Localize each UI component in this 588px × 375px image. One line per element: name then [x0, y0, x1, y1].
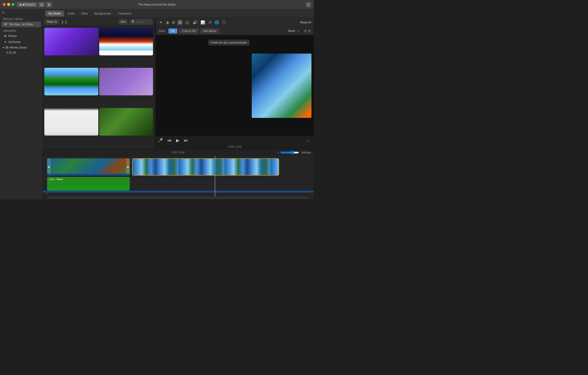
camera-icon[interactable]: 🎥	[184, 20, 190, 25]
thumbnail-green-ui[interactable]	[99, 108, 153, 136]
content-area: My Media Audio Titles Backgrounds Transi…	[42, 9, 314, 199]
tab-audio[interactable]: Audio	[64, 11, 78, 17]
trim-handle-left[interactable]: ◆	[47, 158, 51, 176]
sidebar-item-project[interactable]: 🎞 The New...he Globe	[1, 21, 41, 27]
photos-label: Photos	[8, 34, 17, 38]
audio-label: 3.3s – News	[49, 178, 63, 181]
filter-icon[interactable]: ⊞	[171, 20, 176, 25]
timeline-tracks: ◆ ◆ 3.3s – News	[42, 156, 314, 193]
sidebar-item-photos[interactable]: ✿ Photos	[1, 33, 41, 39]
sidebar-item-all-events[interactable]: ✦ All Events	[1, 39, 41, 45]
filter-all-selector[interactable]: All ▾	[118, 19, 128, 24]
top-nav: My Media Audio Titles Backgrounds Transi…	[42, 9, 314, 18]
magic-wand-icon[interactable]: ✦	[159, 20, 163, 25]
playhead[interactable]	[215, 156, 215, 197]
volume-icon[interactable]: 🔊	[192, 20, 198, 25]
timeline-timecode: 0:05 / 0:06	[172, 151, 185, 154]
timeline-settings-label[interactable]: Settings	[301, 151, 311, 154]
clip-waterfall[interactable]	[132, 158, 279, 176]
maximize-button[interactable]	[11, 3, 14, 6]
media-browser-toolbar: Years ⇅ ❯ ❯ All ▾ 🔍 Search	[42, 18, 155, 26]
minimize-button[interactable]	[7, 3, 10, 6]
sidebar-item-date[interactable]: 5-31-19	[0, 50, 42, 55]
main-layout: ⊟ PROJECT MEDIA 🎞 The New...he Globe LIB…	[0, 9, 314, 199]
project-name: The New...he Globe	[9, 23, 33, 26]
bottom-section: 0:05 / 0:06 ⊿ Settings ◆ ◆	[42, 149, 314, 199]
style-ken-burns-button[interactable]: Ken Burns	[200, 29, 219, 33]
tab-transitions[interactable]: Transitions	[114, 11, 135, 17]
info-icon[interactable]: ⓘ	[222, 19, 227, 25]
imovie-library-label: iMovie Library	[10, 46, 27, 49]
microphone-icon[interactable]: 🎤	[158, 138, 163, 143]
projects-label: ◀ Projects	[22, 3, 35, 6]
clip-bottom-bar-1	[47, 174, 130, 176]
video-track: ◆ ◆	[47, 158, 309, 176]
libraries-label: LIBRARIES	[0, 27, 42, 33]
library-view-button[interactable]: ⊟	[39, 2, 44, 7]
reset-all-button[interactable]: Reset All	[300, 21, 311, 24]
style-bar: Style: Fit Crop to Fill Ken Burns Reset …	[156, 27, 314, 35]
horizontal-scrollbar[interactable]	[47, 197, 309, 199]
globe-icon[interactable]: 🌐	[214, 20, 220, 25]
trim-handle-right[interactable]: ◆	[126, 158, 130, 176]
style-check-icon: ✓	[297, 29, 300, 33]
timeline-area: ◆ ◆ 3.3s – News	[42, 156, 314, 197]
search-bar[interactable]: 🔍 Search	[130, 19, 153, 24]
tab-my-media[interactable]: My Media	[45, 11, 64, 17]
style-crop-button[interactable]: Crop to Fill	[179, 29, 199, 33]
audio-clip[interactable]: 3.3s – News	[47, 177, 130, 191]
sidebar-toggle[interactable]: ⊟	[2, 11, 5, 14]
play-button[interactable]: ▶	[176, 138, 179, 143]
zoom-slider[interactable]	[281, 151, 299, 154]
tooltip-rotate: Rotate the clip counterclockwise	[208, 40, 250, 45]
fullscreen-icon[interactable]: ⤡	[307, 138, 310, 143]
import-button[interactable]: ⬇	[46, 2, 52, 7]
skip-back-button[interactable]: ⏮	[168, 138, 172, 143]
sidebar: ⊟ PROJECT MEDIA 🎞 The New...he Globe LIB…	[0, 9, 42, 199]
close-button[interactable]	[3, 3, 6, 6]
library-icon: 🎞	[6, 46, 8, 49]
preview-toolbar: ✦ ◑ ⊞ ⊡ 🎥 🔊 📊 ↺ 🌐 ⓘ Reset All	[156, 18, 314, 27]
titlebar: ◀ ◀ Projects ⊟ ⬇ The News Around the Glo…	[0, 0, 314, 9]
breadcrumb-arrow-1: ❯	[61, 20, 64, 24]
tab-backgrounds[interactable]: Backgrounds	[91, 11, 114, 17]
media-browser: Years ⇅ ❯ ❯ All ▾ 🔍 Search	[42, 18, 155, 149]
photos-icon: ✿	[4, 34, 6, 38]
thumbnail-house[interactable]	[99, 28, 153, 55]
years-selector[interactable]: Years ⇅	[45, 19, 59, 24]
share-button[interactable]: ⎋	[306, 2, 311, 7]
color-wheel-icon[interactable]: ◑	[165, 20, 169, 25]
thumbnail-waterfall[interactable]	[44, 68, 98, 95]
style-reset-button[interactable]: Reset	[288, 29, 295, 33]
thumbnail-purple-ui[interactable]	[99, 68, 153, 95]
projects-button[interactable]: ◀ ◀ Projects	[17, 2, 37, 7]
audio-waveform	[47, 182, 130, 190]
project-media-label: PROJECT MEDIA	[0, 16, 42, 21]
thumbnail-screenshot1[interactable]	[44, 108, 98, 136]
timecode-value: 0:05 / 0:06	[228, 145, 242, 149]
crop-icon[interactable]: ⊡	[178, 20, 182, 25]
timeline-header-row: 0:05 / 0:06 ⊿ Settings	[42, 149, 314, 156]
skip-forward-button[interactable]: ⏭	[184, 138, 188, 143]
timecode-display: 0:05 / 0:06	[156, 145, 314, 149]
split-pane: Years ⇅ ❯ ❯ All ▾ 🔍 Search	[42, 18, 314, 149]
rotate-clockwise-icon[interactable]: ↻	[308, 29, 311, 33]
media-grid	[42, 26, 155, 149]
tab-titles[interactable]: Titles	[78, 11, 91, 17]
preview-tools: ✦ ◑ ⊞ ⊡ 🎥 🔊 📊 ↺ 🌐 ⓘ	[159, 19, 227, 25]
thumbnail-wordgame[interactable]	[44, 28, 98, 55]
clip-world-map[interactable]: ◆ ◆	[47, 158, 130, 176]
search-placeholder: Search	[136, 20, 145, 23]
sidebar-item-imovie-library[interactable]: ▾ 🎞 iMovie Library	[0, 45, 42, 50]
style-fit-button[interactable]: Fit	[168, 29, 177, 33]
preview-video-area: Rotate the clip counterclockwise	[156, 35, 314, 136]
search-icon: 🔍	[132, 20, 135, 23]
speedometer-icon[interactable]: ↺	[208, 20, 212, 25]
film-icon: 🎞	[4, 23, 7, 26]
rotate-counterclockwise-icon[interactable]: ↺	[304, 29, 307, 33]
chevron-down-icon: ▾	[124, 20, 126, 23]
filter-label: All	[121, 20, 124, 23]
traffic-lights	[3, 3, 14, 6]
years-label: Years	[47, 20, 54, 23]
chart-icon[interactable]: 📊	[200, 20, 206, 25]
